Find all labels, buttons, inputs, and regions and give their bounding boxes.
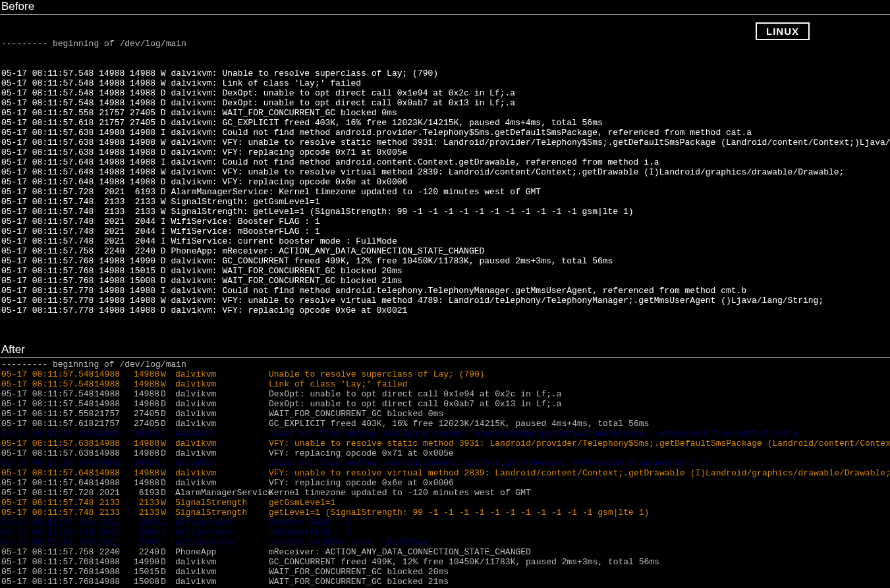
log-row: 05-17 08:11:57.74821332133WSignalStrengt… [1,498,890,508]
log-row: 05-17 08:11:57.7681498814990DdalvikvmGC_… [1,557,890,567]
log-tag: dalvikvm [171,369,269,379]
log-row: 05-17 08:11:57.6481498814988IdalvikvmCou… [1,458,890,468]
log-line: 05-17 08:11:57.548 14988 14988 W dalvikv… [1,78,890,88]
log-pid: 2021 [87,518,124,527]
log-tid: 15015 [124,567,161,577]
log-line: 05-17 08:11:57.638 14988 14988 W dalvikv… [1,138,890,147]
log-line: 05-17 08:11:57.648 14988 14988 I dalvikv… [1,157,890,167]
log-msg: getLevel=1 (SignalStrength: 99 -1 -1 -1 … [269,508,649,518]
log-line: 05-17 08:11:57.778 14988 14988 W dalvikv… [1,296,890,306]
before-section: Before --------- beginning of /dev/log/m… [0,0,890,335]
log-level: D [161,577,171,587]
log-line: 05-17 08:11:57.748 2133 2133 W SignalStr… [1,207,890,217]
log-msg: VFY: replacing opcode 0x6e at 0x0006 [269,478,454,488]
before-title: Before [0,0,890,15]
log-tag: dalvikvm [171,429,269,439]
log-line: 05-17 08:11:57.548 14988 14988 W dalvikv… [1,68,890,78]
log-tid: 27405 [124,409,161,419]
log-row: 05-17 08:11:57.75822402240DPhoneAppmRece… [1,547,890,557]
log-line: 05-17 08:11:57.768 14988 15008 D dalvikv… [1,276,890,286]
log-row: 05-17 08:11:57.6381498814988DdalvikvmVFY… [1,448,890,458]
log-tag: dalvikvm [171,419,269,429]
log-pid: 14988 [87,389,124,399]
log-tag: dalvikvm [171,567,269,577]
after-section: After --------- beginning of /dev/log/ma… [0,343,890,588]
log-row: 05-17 08:11:57.5582175727405DdalvikvmWAI… [1,409,890,419]
log-tag: dalvikvm [171,448,269,458]
log-tid: 27405 [124,419,161,429]
log-tag: WifiService [171,527,269,537]
log-line: 05-17 08:11:57.648 14988 14988 D dalvikv… [1,177,890,187]
log-tid: 14988 [124,478,161,488]
log-tid: 6193 [124,488,161,498]
log-date: 05-17 08:11:57.618 [1,419,87,429]
log-msg: WAIT_FOR_CONCURRENT_GC blocked 21ms [269,577,449,587]
log-pid: 14988 [87,369,124,379]
log-msg: GC_EXPLICIT freed 403K, 16% free 12023K/… [269,419,649,429]
log-pid: 14988 [87,448,124,458]
log-row: 05-17 08:11:57.72820216193DAlarmManagerS… [1,488,890,498]
log-tag: dalvikvm [171,478,269,488]
log-date: 05-17 08:11:57.748 [1,527,87,537]
log-pid: 14988 [87,439,124,448]
log-msg: Link of class 'Lay;' failed [269,379,408,389]
log-date: 05-17 08:11:57.768 [1,577,87,587]
log-level: W [161,498,171,508]
log-level: I [161,458,171,468]
log-level: W [161,379,171,389]
log-row: 05-17 08:11:57.74821332133WSignalStrengt… [1,508,890,518]
log-msg: Unable to resolve superclass of Lay; (79… [269,369,485,379]
log-date: 05-17 08:11:57.728 [1,488,87,498]
log-tag: dalvikvm [171,389,269,399]
log-line: 05-17 08:11:57.648 14988 14988 W dalvikv… [1,167,890,177]
log-line: 05-17 08:11:57.748 2021 2044 I WifiServi… [1,236,890,246]
log-line: 05-17 08:11:57.768 14988 14990 D dalvikv… [1,256,890,266]
log-level: D [161,557,171,567]
log-level: I [161,527,171,537]
log-tid: 14988 [124,369,161,379]
log-date: 05-17 08:11:57.548 [1,389,87,399]
log-date: 05-17 08:11:57.758 [1,547,87,557]
log-date: 05-17 08:11:57.648 [1,458,87,468]
log-pid: 14988 [87,577,124,587]
log-pid: 14988 [87,557,124,567]
log-pid: 2133 [87,508,124,518]
log-row: 05-17 08:11:57.74820212044IWifiServicemB… [1,527,890,537]
log-date: 05-17 08:11:57.748 [1,508,87,518]
log-tag: dalvikvm [171,439,269,448]
log-msg: Kernel timezone updated to -120 minutes … [269,488,531,498]
log-tid: 14988 [124,389,161,399]
log-line: 05-17 08:11:57.728 2021 6193 D AlarmMana… [1,187,890,197]
log-level: W [161,508,171,518]
log-tid: 2044 [124,518,161,527]
log-tid: 14990 [124,557,161,567]
log-date: 05-17 08:11:57.748 [1,518,87,527]
log-tid: 2133 [124,498,161,508]
log-level: W [161,369,171,379]
log-msg: Could not find method android.content.Co… [269,458,706,468]
log-pid: 14988 [87,478,124,488]
log-row: 05-17 08:11:57.5481498814988DdalvikvmDex… [1,389,890,399]
log-line: 05-17 08:11:57.748 2021 2044 I WifiServi… [1,217,890,227]
log-msg: WAIT_FOR_CONCURRENT_GC blocked 0ms [269,409,443,419]
log-line: 05-17 08:11:57.748 2021 2044 I WifiServi… [1,227,890,236]
log-tag: WifiService [171,537,269,547]
log-tid: 15008 [124,577,161,587]
log-date: 05-17 08:11:57.648 [1,468,87,478]
log-pid: 14988 [87,379,124,389]
log-row: 05-17 08:11:57.6481498814988WdalvikvmVFY… [1,468,890,478]
log-line: 05-17 08:11:57.558 21757 27405 D dalvikv… [1,108,890,118]
log-level: D [161,399,171,409]
log-pid: 14988 [87,458,124,468]
log-tag: WifiService [171,518,269,527]
log-line: 05-17 08:11:57.618 21757 27405 D dalvikv… [1,118,890,128]
log-pid: 14988 [87,429,124,439]
log-tid: 2044 [124,527,161,537]
log-line: 05-17 08:11:57.758 2240 2240 D PhoneApp:… [1,246,890,256]
log-tid: 2044 [124,537,161,547]
log-msg: mReceiver: ACTION_ANY_DATA_CONNECTION_ST… [269,547,531,557]
log-line: 05-17 08:11:57.548 14988 14988 D dalvikv… [1,98,890,108]
log-row: 05-17 08:11:57.5481498814988WdalvikvmUna… [1,369,890,379]
log-date: 05-17 08:11:57.558 [1,409,87,419]
log-row: 05-17 08:11:57.5481498814988DdalvikvmDex… [1,399,890,409]
